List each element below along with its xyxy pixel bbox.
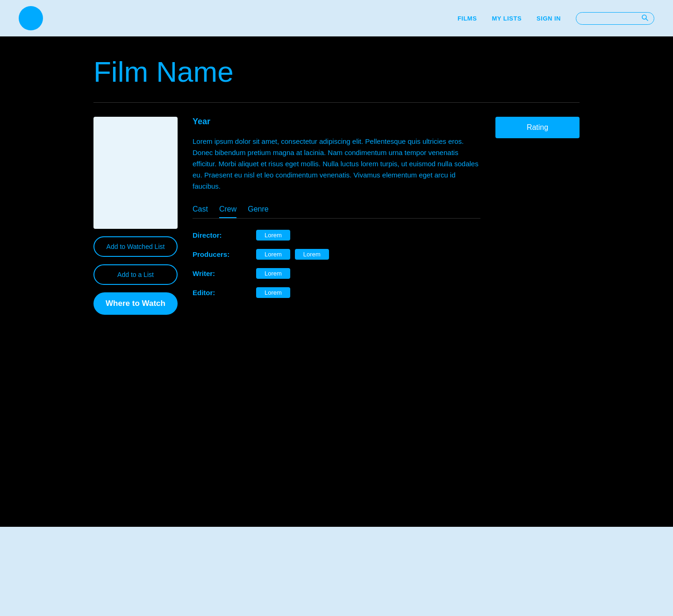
editor-tags: Lorem — [256, 287, 290, 298]
film-description: Lorem ipsum dolor sit amet, consectetur … — [193, 136, 480, 192]
header: FILMS MY LISTS SIGN IN — [0, 0, 673, 36]
director-tag-0[interactable]: Lorem — [256, 230, 290, 241]
search-box[interactable] — [576, 12, 654, 25]
producers-label: Producers: — [193, 250, 249, 258]
writer-label: Writer: — [193, 269, 249, 277]
producer-tag-1[interactable]: Lorem — [295, 249, 329, 260]
editor-label: Editor: — [193, 289, 249, 297]
writer-tag-0[interactable]: Lorem — [256, 268, 290, 279]
logo-icon[interactable] — [19, 6, 43, 30]
producer-tag-0[interactable]: Lorem — [256, 249, 290, 260]
crew-row-writer: Writer: Lorem — [193, 268, 480, 279]
producers-tags: Lorem Lorem — [256, 249, 329, 260]
nav-films[interactable]: FILMS — [458, 15, 477, 22]
nav-my-lists[interactable]: MY LISTS — [492, 15, 522, 22]
film-title: Film Name — [93, 55, 580, 88]
right-column: Rating — [495, 117, 580, 138]
header-left — [19, 6, 43, 30]
writer-tags: Lorem — [256, 268, 290, 279]
divider — [93, 102, 580, 103]
content-area: Add to Watched List Add to a List Where … — [93, 117, 580, 315]
crew-row-editor: Editor: Lorem — [193, 287, 480, 298]
add-watched-button[interactable]: Add to Watched List — [93, 236, 178, 257]
film-poster — [93, 117, 178, 229]
tab-genre[interactable]: Genre — [248, 205, 268, 218]
search-icon — [642, 14, 648, 22]
crew-row-director: Director: Lorem — [193, 230, 480, 241]
middle-column: Year Lorem ipsum dolor sit amet, consect… — [193, 117, 480, 298]
editor-tag-0[interactable]: Lorem — [256, 287, 290, 298]
film-year: Year — [193, 117, 480, 127]
tab-cast[interactable]: Cast — [193, 205, 208, 218]
svg-line-1 — [646, 19, 648, 21]
director-label: Director: — [193, 231, 249, 239]
add-list-button[interactable]: Add to a List — [93, 264, 178, 285]
main-content: Film Name Add to Watched List Add to a L… — [0, 36, 673, 527]
footer — [0, 527, 673, 564]
search-input[interactable] — [582, 15, 638, 22]
where-to-watch-button[interactable]: Where to Watch — [93, 292, 178, 315]
tab-crew[interactable]: Crew — [219, 205, 236, 218]
nav-sign-in[interactable]: SIGN IN — [537, 15, 561, 22]
tabs: Cast Crew Genre — [193, 205, 480, 219]
crew-table: Director: Lorem Producers: Lorem Lorem W… — [193, 230, 480, 298]
crew-row-producers: Producers: Lorem Lorem — [193, 249, 480, 260]
left-column: Add to Watched List Add to a List Where … — [93, 117, 178, 315]
header-nav: FILMS MY LISTS SIGN IN — [458, 12, 654, 25]
director-tags: Lorem — [256, 230, 290, 241]
rating-button[interactable]: Rating — [495, 117, 580, 138]
